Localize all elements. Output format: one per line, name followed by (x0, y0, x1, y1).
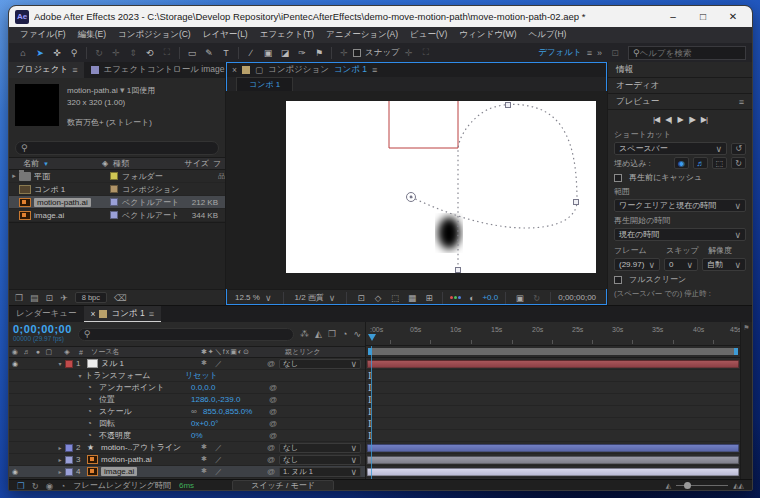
label-chip[interactable] (65, 468, 73, 476)
expand-icon[interactable]: ▸ (55, 456, 65, 463)
panel-close-icon[interactable]: × (232, 65, 237, 75)
pickwhip-icon[interactable]: @ (263, 467, 279, 476)
frame-rate-select[interactable]: (29.97)∨ (614, 258, 660, 271)
project-row-comp[interactable]: コンポ 1 コンポジション (9, 183, 225, 196)
property-value[interactable]: 855.0,855.0% (203, 407, 252, 416)
help-search-input[interactable] (640, 48, 741, 58)
label-column-icon[interactable]: ◈ (55, 348, 79, 356)
menu-view[interactable]: ビュー(V) (405, 29, 452, 41)
snap-checkbox[interactable] (353, 49, 361, 57)
stopwatch-icon[interactable]: ◔ (87, 407, 99, 416)
motion-blur-icon[interactable]: ◔ (342, 329, 347, 339)
playhead-marker[interactable] (368, 334, 376, 341)
current-time-display[interactable]: 0;00;00;00 (13, 324, 72, 334)
close-button[interactable]: ✕ (718, 6, 748, 27)
roto-brush-tool-icon[interactable]: ✑ (294, 45, 310, 60)
solo-column-icon[interactable]: ● (36, 348, 40, 356)
stopwatch-icon[interactable]: ◔ (87, 395, 99, 404)
parent-select[interactable]: なし∨ (279, 455, 361, 465)
expand-icon[interactable]: ▸ (9, 172, 19, 180)
track-position[interactable]: I (366, 394, 740, 406)
menu-help[interactable]: ヘルプ(H) (524, 29, 572, 41)
menu-animation[interactable]: アニメーション(A) (321, 29, 403, 41)
comp-timecode[interactable]: 0;00;00;00 (558, 293, 596, 302)
timeline-track-area[interactable]: :00s 05s 10s 15s 20s 25s 30s 35s 40s 45s (366, 322, 752, 479)
visibility-eye-icon[interactable]: ◉ (9, 360, 21, 368)
layer-row-null[interactable]: ◉ ▾ 1 ヌル 1 ✱／ @ なし∨ (9, 358, 365, 370)
panel-menu-icon[interactable]: ≡ (72, 65, 77, 75)
last-frame-button[interactable]: ▶| (701, 115, 707, 124)
zoom-slider[interactable] (676, 485, 728, 486)
track-image[interactable] (366, 466, 740, 478)
track-rotation[interactable]: I (366, 418, 740, 430)
panel-lock-icon[interactable]: ▢ (255, 65, 263, 75)
column-size[interactable]: サイズ (175, 158, 209, 169)
home-tool-icon[interactable]: ⌂ (15, 45, 31, 60)
parent-select[interactable]: なし∨ (279, 443, 361, 453)
property-name[interactable]: 位置 (99, 394, 191, 405)
proxy-icon[interactable]: ✈ (60, 293, 68, 303)
audio-column-icon[interactable]: ♬ (23, 348, 30, 356)
pickwhip-icon[interactable]: @ (265, 419, 281, 428)
track-opacity[interactable]: I (366, 430, 740, 442)
label-chip[interactable] (65, 444, 73, 452)
resolution-dropdown[interactable]: 1/2 画質∨ (291, 292, 340, 304)
visibility-eye-icon[interactable]: ◉ (9, 468, 21, 476)
menu-composition[interactable]: コンポジション(C) (113, 29, 196, 41)
pickwhip-icon[interactable]: @ (265, 395, 281, 404)
tab-timeline-comp[interactable]: × コンポ 1 ≡ (84, 306, 161, 322)
project-search-box[interactable]: ⚲ (15, 141, 219, 155)
label-chip[interactable] (65, 360, 73, 368)
fullscreen-checkbox[interactable] (614, 276, 622, 284)
project-bit-depth-button[interactable]: 8 bpc (75, 292, 107, 303)
project-row-image[interactable]: image.ai ベクトルアート 344 KB (9, 209, 225, 222)
zoom-out-mountain-icon[interactable]: ◭ (666, 482, 671, 490)
footage-dropdown-icon[interactable]: ▾ (120, 85, 125, 95)
delete-item-icon[interactable]: ⌫ (114, 293, 127, 303)
live-update-icon[interactable]: ❐ (17, 481, 25, 491)
pickwhip-icon[interactable]: @ (265, 383, 281, 392)
show-snapshot-icon[interactable]: ↻ (530, 293, 543, 303)
layer-name[interactable]: ヌル 1 (101, 358, 197, 369)
timeline-scrollbar[interactable]: ⚑ (740, 322, 752, 479)
include-overlays-icon[interactable]: ⬚ (712, 157, 727, 169)
panel-menu-icon[interactable]: ≡ (372, 65, 377, 75)
switches-column-icons[interactable]: ✱✦＼fx▣◐⊙ (201, 347, 271, 357)
property-name[interactable]: 不透明度 (99, 430, 191, 441)
layer-name[interactable]: image.ai (101, 467, 137, 476)
comp-viewer-tab[interactable]: コンポ 1 (236, 77, 293, 91)
project-row-folder[interactable]: ▸ 平面 フォルダー 品 (9, 170, 225, 183)
play-button[interactable]: ▶ (677, 115, 682, 124)
mask-feather-icon[interactable]: ⛶ (418, 45, 434, 60)
clone-stamp-tool-icon[interactable]: ▣ (260, 45, 276, 60)
snapshot-icon[interactable]: ▣ (513, 293, 526, 303)
mask-visibility-icon[interactable]: ◇ (371, 293, 384, 303)
pickwhip-icon[interactable]: @ (265, 431, 281, 440)
expand-icon[interactable]: ▸ (55, 444, 65, 451)
collapse-switch-icon[interactable]: ✱ (201, 455, 207, 465)
video-column-icon[interactable]: ◉ (12, 348, 18, 356)
composition-flowchart-icon[interactable]: ⁂ (300, 329, 309, 339)
collapse-switch-icon[interactable]: ✱ (201, 359, 207, 369)
skip-select[interactable]: 0∨ (664, 258, 698, 271)
pickwhip-icon[interactable]: @ (263, 455, 279, 464)
zoom-in-mountain-icon[interactable]: ◭◭ (733, 482, 744, 490)
pan-camera-tool-icon[interactable]: ✛ (108, 45, 124, 60)
show-channel-icon[interactable] (450, 296, 461, 299)
new-composition-icon[interactable]: ⊡ (46, 293, 54, 303)
magnification-dropdown[interactable]: 12.5 %∨ (231, 292, 276, 304)
camera-tool-icon[interactable]: ⛶ (159, 45, 175, 60)
layer-name[interactable]: motion-path.ai (101, 455, 197, 464)
rotation-tool-icon[interactable]: ⟲ (142, 45, 158, 60)
tab-project[interactable]: プロジェクト ≡ (9, 62, 84, 78)
stopwatch-icon[interactable]: ◔ (87, 431, 99, 440)
number-column[interactable]: # (79, 349, 91, 356)
menu-file[interactable]: ファイル(F) (15, 29, 71, 41)
draft-3d-icon[interactable]: ◭ (315, 329, 322, 339)
workspace-menu-icon[interactable]: ≡ (587, 48, 592, 58)
region-of-interest-icon[interactable]: ⬚ (388, 293, 401, 303)
draft-mode-icon[interactable]: ↻ (32, 481, 39, 491)
dolly-camera-tool-icon[interactable]: ⇕ (125, 45, 141, 60)
orbit-camera-tool-icon[interactable]: ↻ (91, 45, 107, 60)
pickwhip-icon[interactable]: @ (263, 443, 279, 452)
